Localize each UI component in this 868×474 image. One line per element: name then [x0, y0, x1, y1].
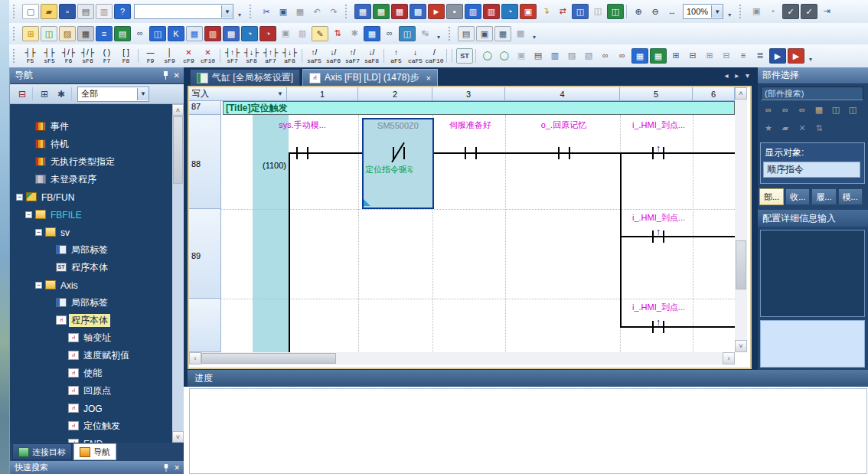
display-target-select[interactable]: 顺序指令 — [763, 162, 860, 178]
nav-tree-item[interactable]: ⑁使能 — [10, 364, 184, 382]
scrollbar-thumb[interactable] — [201, 353, 336, 364]
window-preview-icon[interactable]: ◫ — [399, 26, 416, 41]
pc-backup-icon[interactable]: ◫ — [41, 26, 57, 41]
find-previous-icon[interactable]: ∞ — [761, 103, 776, 116]
ladder-symbol-F7-button[interactable]: ( )F7 — [97, 46, 116, 67]
chevron-down-icon[interactable]: ▼ — [711, 5, 723, 18]
write-mode-icon[interactable]: ▧ — [581, 48, 596, 62]
nav-tree-item[interactable]: −FBFILE — [10, 206, 184, 224]
intelligent-module-icon[interactable]: ▣ — [520, 4, 537, 19]
nav-tree-item-label[interactable]: 事件 — [48, 120, 71, 133]
tab-connection-destination[interactable]: 连接目标 — [12, 443, 72, 460]
nav-tree-item-label[interactable]: 未登录程序 — [48, 173, 99, 186]
scroll-up-icon[interactable]: ˄ — [172, 104, 184, 116]
pin-icon[interactable] — [162, 71, 169, 80]
monitor-stop-icon[interactable]: ▪ — [446, 4, 463, 19]
nav-tree-item[interactable]: ⑁程序本体 — [10, 312, 184, 329]
nav-tree-item-label[interactable]: 程序本体 — [69, 314, 110, 327]
ladder-symbol-cF10-button[interactable]: ✕cF10 — [198, 46, 217, 67]
read-mode-icon[interactable]: ▨ — [564, 48, 579, 62]
gray-contact-icon[interactable]: ▣ — [514, 48, 529, 62]
watch-stop-icon[interactable]: ◔ — [259, 26, 276, 41]
nav-tree-item[interactable]: 无执行类型指定 — [10, 153, 184, 171]
scrollbar-thumb[interactable] — [173, 116, 183, 184]
help-icon[interactable]: ? — [114, 4, 131, 19]
options-gray-icon[interactable]: ✱ — [347, 26, 362, 40]
tree-scrollbar[interactable]: ˄ ˅ — [172, 104, 184, 443]
rung-title-row[interactable]: [Title]定位触发 — [223, 101, 735, 115]
scrollbar-thumb[interactable] — [736, 240, 746, 289]
find-all-icon[interactable]: ∞ — [795, 103, 810, 116]
chevron-down-icon[interactable]: ▼ — [137, 88, 148, 100]
cross-reference-icon[interactable]: ▩ — [513, 26, 528, 40]
expand-collapse-icon[interactable]: − — [35, 229, 42, 236]
statement-list-icon[interactable]: ▤ — [458, 26, 475, 41]
transfer-setup-icon[interactable]: ⇄ — [555, 4, 570, 18]
toolbar-grip[interactable] — [449, 27, 453, 41]
toolbar-overflow-icon[interactable]: ▾ — [530, 27, 539, 41]
toolbar-overflow-icon[interactable]: ▾ — [434, 27, 443, 41]
project-tree-icon[interactable]: ⊞ — [22, 26, 39, 41]
device-register-monitor-icon[interactable]: ▥ — [483, 4, 500, 19]
toolbar-grip[interactable] — [13, 5, 18, 18]
find-window-icon[interactable]: ◫ — [149, 26, 166, 41]
ladder-symbol-sF9-button[interactable]: │sF9 — [160, 46, 179, 67]
nav-tree-item[interactable]: 事件 — [10, 118, 184, 136]
horizontal-scrollbar[interactable]: ‹ › — [189, 352, 735, 364]
tab-history[interactable]: 履... — [811, 188, 836, 205]
find-device-icon[interactable]: ∞ — [598, 48, 613, 62]
save-icon[interactable]: ▫ — [59, 4, 76, 19]
progress-output-area[interactable] — [189, 388, 867, 474]
project-combo[interactable]: ▼ — [134, 4, 233, 19]
tab-favorites[interactable]: 收... — [785, 188, 810, 205]
table-display-icon[interactable]: ▦ — [811, 103, 827, 116]
ladder-symbol-saF5-button[interactable]: ↑/saF5 — [305, 46, 324, 67]
detail-input-area[interactable] — [760, 230, 865, 317]
zoom-combo[interactable]: 100% ▼ — [683, 4, 723, 19]
device-k-icon[interactable]: K — [168, 26, 184, 41]
expand-collapse-icon[interactable]: − — [16, 194, 23, 201]
ladder-symbol-sF6-button[interactable]: ┤/├sF6 — [78, 46, 97, 67]
docking-window-icon[interactable]: ▣ — [749, 4, 764, 18]
nav-tree-item-label[interactable]: 速度赋初值 — [81, 349, 132, 362]
zoom-in-icon[interactable]: ⊕ — [631, 5, 646, 18]
pc-read-icon[interactable]: ◫ — [590, 4, 605, 18]
chevron-down-icon[interactable]: ▼ — [277, 90, 283, 97]
nav-tree-item-label[interactable]: 待机 — [48, 138, 71, 151]
contact-label[interactable]: SM5500Z0 — [364, 121, 432, 130]
nav-tree-item-label[interactable]: 无执行类型指定 — [48, 155, 117, 168]
fit-width-icon[interactable]: ↔ — [664, 5, 680, 18]
contact-label[interactable]: i_.HMI_到点... — [622, 212, 695, 224]
nav-tree-item-label[interactable]: 回原点 — [81, 384, 113, 397]
folder-gray-icon[interactable]: ▰ — [778, 121, 793, 135]
nav-tree-item-label[interactable]: JOG — [81, 402, 105, 415]
nav-tree-item-label[interactable]: sv — [58, 226, 72, 239]
sort-icon[interactable]: ⇅ — [811, 121, 827, 135]
new-file-icon[interactable]: ▢ — [22, 4, 39, 19]
row-number[interactable]: 89 — [189, 209, 221, 299]
device-network-icon[interactable]: ▩ — [223, 26, 240, 41]
tab-global-label[interactable]: 气缸 [全局标签设置] — [190, 69, 300, 86]
device-test-icon[interactable]: ▩ — [410, 4, 426, 19]
monitor-stop-ladder-icon[interactable]: ▶ — [788, 48, 804, 64]
scroll-down-icon[interactable]: ˅ — [172, 431, 184, 443]
undo-icon[interactable]: ↶ — [309, 5, 325, 18]
nav-tree-item-label[interactable]: 局部标签 — [69, 244, 110, 257]
check-parameter-icon[interactable]: ✓ — [801, 4, 817, 19]
nav-tree-item[interactable]: ⑁定位触发 — [10, 417, 184, 435]
gear-icon[interactable]: ✱ — [54, 87, 69, 101]
ladder-symbol-saF8-button[interactable]: ↓/saF8 — [362, 46, 381, 67]
insert-row-icon[interactable]: ⊞ — [668, 48, 684, 62]
ladder-symbol-F9-button[interactable]: —F9 — [141, 46, 160, 67]
ladder-symbol-F5-button[interactable]: ┤├F5 — [21, 46, 40, 67]
nav-tree-item[interactable]: 局部标签 — [10, 241, 184, 259]
open-file-icon[interactable]: ▰ — [41, 4, 57, 19]
find-icon[interactable]: ∞ — [132, 26, 148, 40]
favorite-icon[interactable]: ★ — [761, 121, 776, 135]
device-batch-monitor-icon[interactable]: ▥ — [465, 4, 481, 19]
edit-positive-coil-icon[interactable]: ◯ — [480, 48, 495, 62]
row-number[interactable]: 87 — [189, 101, 221, 115]
nav-tree-item[interactable]: 未登录程序 — [10, 171, 184, 188]
contact-closed-symbol[interactable] — [403, 147, 405, 159]
nav-tree-item-label[interactable]: 定位触发 — [81, 420, 122, 433]
